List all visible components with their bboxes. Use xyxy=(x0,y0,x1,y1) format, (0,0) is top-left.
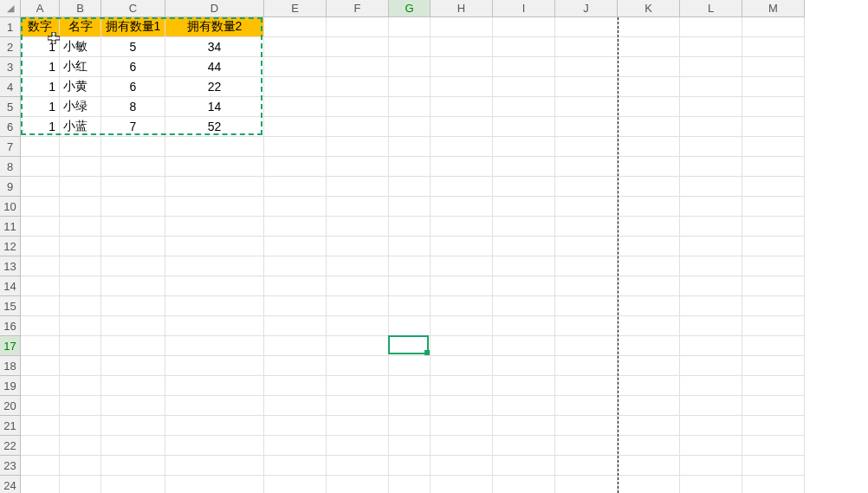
cell[interactable] xyxy=(431,416,493,436)
cell[interactable] xyxy=(742,316,805,336)
cell[interactable] xyxy=(264,416,327,436)
cell[interactable] xyxy=(101,436,165,456)
cell[interactable] xyxy=(264,436,327,456)
row-header[interactable]: 3 xyxy=(0,57,21,77)
cell[interactable] xyxy=(264,237,327,256)
cell[interactable] xyxy=(493,436,555,456)
cell[interactable] xyxy=(60,416,101,436)
cell[interactable] xyxy=(493,197,555,217)
cell[interactable] xyxy=(742,256,805,276)
cell[interactable] xyxy=(431,137,493,157)
cell[interactable] xyxy=(264,137,327,157)
cell[interactable] xyxy=(493,376,555,396)
cell[interactable] xyxy=(21,456,60,476)
cell[interactable] xyxy=(742,217,805,237)
cell[interactable] xyxy=(680,256,742,276)
cell[interactable] xyxy=(60,356,101,376)
cell[interactable] xyxy=(389,117,431,137)
cell[interactable] xyxy=(431,276,493,296)
cell[interactable] xyxy=(264,197,327,217)
cell[interactable] xyxy=(327,137,389,157)
cell[interactable] xyxy=(389,416,431,436)
table-cell[interactable]: 小黄 xyxy=(60,77,101,97)
cell[interactable] xyxy=(60,336,101,356)
cell[interactable] xyxy=(493,276,555,296)
column-header[interactable]: K xyxy=(618,0,680,17)
cell[interactable] xyxy=(264,456,327,476)
cell[interactable] xyxy=(555,57,618,77)
cell[interactable] xyxy=(431,97,493,117)
column-header[interactable]: C xyxy=(101,0,165,17)
cell[interactable] xyxy=(431,197,493,217)
row-header[interactable]: 15 xyxy=(0,296,21,316)
row-header[interactable]: 9 xyxy=(0,177,21,197)
cell[interactable] xyxy=(165,157,264,177)
cell[interactable] xyxy=(680,316,742,336)
cell[interactable] xyxy=(618,356,680,376)
table-cell[interactable]: 1 xyxy=(21,97,60,117)
cell[interactable] xyxy=(21,376,60,396)
cell[interactable] xyxy=(431,436,493,456)
cell[interactable] xyxy=(742,237,805,256)
cell[interactable] xyxy=(680,436,742,456)
cell[interactable] xyxy=(21,276,60,296)
row-header[interactable]: 21 xyxy=(0,416,21,436)
cell[interactable] xyxy=(680,157,742,177)
row-header[interactable]: 2 xyxy=(0,37,21,57)
table-cell[interactable]: 6 xyxy=(101,77,165,97)
cell[interactable] xyxy=(493,17,555,37)
cell[interactable] xyxy=(21,137,60,157)
cell[interactable] xyxy=(493,117,555,137)
row-header[interactable]: 10 xyxy=(0,197,21,217)
cell[interactable] xyxy=(101,476,165,493)
cell[interactable] xyxy=(21,197,60,217)
cell[interactable] xyxy=(618,396,680,416)
cell[interactable] xyxy=(431,256,493,276)
cell[interactable] xyxy=(389,237,431,256)
cell[interactable] xyxy=(60,237,101,256)
cell[interactable] xyxy=(680,77,742,97)
cell[interactable] xyxy=(264,376,327,396)
cell[interactable] xyxy=(493,157,555,177)
cell[interactable] xyxy=(21,316,60,336)
cell[interactable] xyxy=(431,57,493,77)
cell[interactable] xyxy=(618,376,680,396)
cell[interactable] xyxy=(264,77,327,97)
table-cell[interactable]: 34 xyxy=(165,37,264,57)
cell[interactable] xyxy=(60,137,101,157)
cell[interactable] xyxy=(327,276,389,296)
cell[interactable] xyxy=(264,276,327,296)
table-cell[interactable]: 小红 xyxy=(60,57,101,77)
cell[interactable] xyxy=(742,17,805,37)
cell[interactable] xyxy=(327,117,389,137)
column-header[interactable]: J xyxy=(555,0,618,17)
cell[interactable] xyxy=(431,117,493,137)
cell[interactable] xyxy=(389,197,431,217)
cell[interactable] xyxy=(680,237,742,256)
cell[interactable] xyxy=(389,396,431,416)
cell[interactable] xyxy=(327,396,389,416)
cell[interactable] xyxy=(21,177,60,197)
cell[interactable] xyxy=(431,376,493,396)
cell[interactable] xyxy=(493,256,555,276)
cell[interactable] xyxy=(389,356,431,376)
cell[interactable] xyxy=(680,37,742,57)
cell[interactable] xyxy=(21,416,60,436)
cell[interactable] xyxy=(555,296,618,316)
cell[interactable] xyxy=(101,256,165,276)
cell[interactable] xyxy=(618,276,680,296)
cell[interactable] xyxy=(618,476,680,493)
row-header[interactable]: 19 xyxy=(0,376,21,396)
cell[interactable] xyxy=(101,416,165,436)
row-header[interactable]: 12 xyxy=(0,237,21,256)
cell[interactable] xyxy=(389,97,431,117)
cell[interactable] xyxy=(327,177,389,197)
cell[interactable] xyxy=(555,316,618,336)
cell[interactable] xyxy=(389,276,431,296)
cell[interactable] xyxy=(618,157,680,177)
table-header-cell[interactable]: 拥有数量1 xyxy=(101,17,165,37)
cell[interactable] xyxy=(389,137,431,157)
table-header-cell[interactable]: 数字 xyxy=(21,17,60,37)
cell[interactable] xyxy=(264,157,327,177)
cell[interactable] xyxy=(742,57,805,77)
